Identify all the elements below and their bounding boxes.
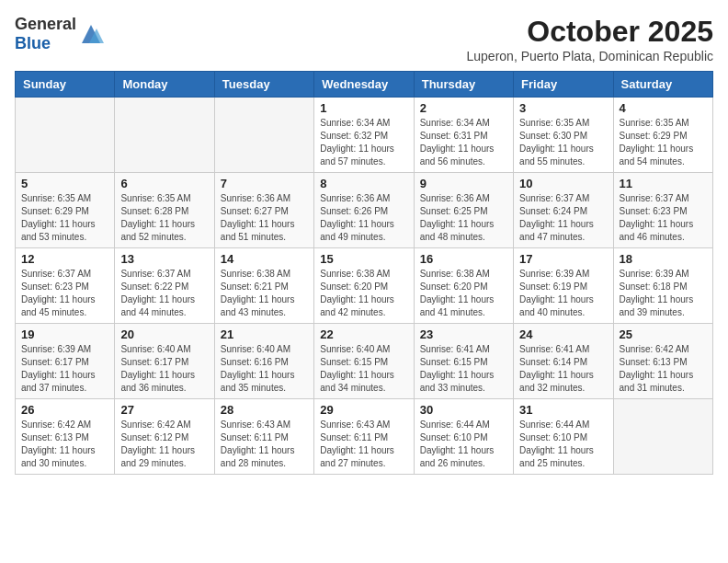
- logo: General Blue: [15, 15, 104, 53]
- day-info: Sunrise: 6:44 AM Sunset: 6:10 PM Dayligh…: [420, 419, 507, 470]
- day-info: Sunrise: 6:35 AM Sunset: 6:30 PM Dayligh…: [519, 117, 607, 168]
- day-info: Sunrise: 6:38 AM Sunset: 6:20 PM Dayligh…: [320, 268, 407, 319]
- calendar-cell: 17Sunrise: 6:39 AM Sunset: 6:19 PM Dayli…: [514, 248, 613, 324]
- calendar-cell: 21Sunrise: 6:40 AM Sunset: 6:16 PM Dayli…: [214, 324, 313, 399]
- calendar-cell: 22Sunrise: 6:40 AM Sunset: 6:15 PM Dayli…: [314, 324, 414, 399]
- day-number: 22: [320, 327, 407, 341]
- day-info: Sunrise: 6:35 AM Sunset: 6:28 PM Dayligh…: [120, 192, 208, 244]
- day-number: 12: [21, 252, 108, 266]
- day-number: 5: [21, 177, 108, 190]
- calendar-cell: 10Sunrise: 6:37 AM Sunset: 6:24 PM Dayli…: [514, 173, 613, 248]
- day-number: 21: [221, 327, 308, 341]
- calendar-cell: 11Sunrise: 6:37 AM Sunset: 6:23 PM Dayli…: [613, 173, 712, 248]
- day-number: 14: [221, 252, 308, 266]
- day-number: 24: [519, 327, 607, 341]
- day-number: 19: [21, 327, 108, 341]
- day-info: Sunrise: 6:38 AM Sunset: 6:20 PM Dayligh…: [420, 268, 507, 319]
- day-number: 2: [420, 101, 507, 115]
- calendar-header-tuesday: Tuesday: [214, 72, 313, 98]
- calendar-cell: [214, 98, 313, 173]
- calendar-header-row: SundayMondayTuesdayWednesdayThursdayFrid…: [16, 72, 713, 98]
- header: General Blue October 2025 Luperon, Puert…: [15, 15, 713, 63]
- calendar-header-wednesday: Wednesday: [314, 72, 414, 98]
- day-number: 4: [620, 101, 707, 115]
- day-info: Sunrise: 6:36 AM Sunset: 6:27 PM Dayligh…: [221, 192, 308, 244]
- day-number: 28: [221, 403, 308, 417]
- day-number: 6: [120, 177, 208, 190]
- day-number: 8: [320, 177, 407, 190]
- day-number: 1: [320, 101, 407, 115]
- day-info: Sunrise: 6:40 AM Sunset: 6:16 PM Dayligh…: [221, 343, 308, 395]
- calendar-cell: 3Sunrise: 6:35 AM Sunset: 6:30 PM Daylig…: [514, 98, 613, 173]
- calendar-cell: [115, 98, 214, 173]
- day-number: 9: [420, 177, 507, 190]
- day-info: Sunrise: 6:34 AM Sunset: 6:31 PM Dayligh…: [420, 117, 507, 168]
- day-info: Sunrise: 6:40 AM Sunset: 6:17 PM Dayligh…: [120, 343, 208, 395]
- day-number: 15: [320, 252, 407, 266]
- calendar-cell: 23Sunrise: 6:41 AM Sunset: 6:15 PM Dayli…: [414, 324, 513, 399]
- calendar-cell: [613, 399, 712, 475]
- calendar-header-saturday: Saturday: [613, 72, 712, 98]
- logo-icon: [78, 21, 104, 47]
- day-info: Sunrise: 6:39 AM Sunset: 6:18 PM Dayligh…: [620, 268, 707, 319]
- day-info: Sunrise: 6:37 AM Sunset: 6:24 PM Dayligh…: [519, 192, 607, 244]
- day-info: Sunrise: 6:42 AM Sunset: 6:12 PM Dayligh…: [120, 419, 208, 470]
- calendar-cell: 13Sunrise: 6:37 AM Sunset: 6:22 PM Dayli…: [115, 248, 214, 324]
- day-info: Sunrise: 6:40 AM Sunset: 6:15 PM Dayligh…: [320, 343, 407, 395]
- calendar-header-thursday: Thursday: [414, 72, 513, 98]
- calendar-week-row: 5Sunrise: 6:35 AM Sunset: 6:29 PM Daylig…: [16, 173, 713, 248]
- day-number: 26: [21, 403, 108, 417]
- day-info: Sunrise: 6:36 AM Sunset: 6:26 PM Dayligh…: [320, 192, 407, 244]
- month-title: October 2025: [467, 15, 714, 49]
- day-info: Sunrise: 6:44 AM Sunset: 6:10 PM Dayligh…: [519, 419, 607, 470]
- day-number: 29: [320, 403, 407, 417]
- day-info: Sunrise: 6:43 AM Sunset: 6:11 PM Dayligh…: [221, 419, 308, 470]
- calendar-week-row: 26Sunrise: 6:42 AM Sunset: 6:13 PM Dayli…: [16, 399, 713, 475]
- calendar-cell: 14Sunrise: 6:38 AM Sunset: 6:21 PM Dayli…: [214, 248, 313, 324]
- calendar-cell: 5Sunrise: 6:35 AM Sunset: 6:29 PM Daylig…: [16, 173, 115, 248]
- day-info: Sunrise: 6:42 AM Sunset: 6:13 PM Dayligh…: [21, 419, 108, 470]
- logo-general-text: General: [15, 15, 76, 33]
- calendar-cell: 15Sunrise: 6:38 AM Sunset: 6:20 PM Dayli…: [314, 248, 414, 324]
- title-area: October 2025 Luperon, Puerto Plata, Domi…: [467, 15, 714, 63]
- day-number: 10: [519, 177, 607, 190]
- day-number: 13: [120, 252, 208, 266]
- calendar-cell: 2Sunrise: 6:34 AM Sunset: 6:31 PM Daylig…: [414, 98, 513, 173]
- day-info: Sunrise: 6:37 AM Sunset: 6:23 PM Dayligh…: [21, 268, 108, 319]
- day-number: 30: [420, 403, 507, 417]
- day-info: Sunrise: 6:41 AM Sunset: 6:15 PM Dayligh…: [420, 343, 507, 395]
- calendar-week-row: 1Sunrise: 6:34 AM Sunset: 6:32 PM Daylig…: [16, 98, 713, 173]
- day-number: 20: [120, 327, 208, 341]
- day-info: Sunrise: 6:37 AM Sunset: 6:22 PM Dayligh…: [120, 268, 208, 319]
- day-info: Sunrise: 6:41 AM Sunset: 6:14 PM Dayligh…: [519, 343, 607, 395]
- calendar-cell: 7Sunrise: 6:36 AM Sunset: 6:27 PM Daylig…: [214, 173, 313, 248]
- day-number: 18: [620, 252, 707, 266]
- calendar-cell: 6Sunrise: 6:35 AM Sunset: 6:28 PM Daylig…: [115, 173, 214, 248]
- location-subtitle: Luperon, Puerto Plata, Dominican Republi…: [467, 49, 714, 63]
- calendar-cell: 28Sunrise: 6:43 AM Sunset: 6:11 PM Dayli…: [214, 399, 313, 475]
- day-info: Sunrise: 6:39 AM Sunset: 6:17 PM Dayligh…: [21, 343, 108, 395]
- calendar-cell: 9Sunrise: 6:36 AM Sunset: 6:25 PM Daylig…: [414, 173, 513, 248]
- calendar-header-monday: Monday: [115, 72, 214, 98]
- day-info: Sunrise: 6:36 AM Sunset: 6:25 PM Dayligh…: [420, 192, 507, 244]
- day-info: Sunrise: 6:37 AM Sunset: 6:23 PM Dayligh…: [620, 192, 707, 244]
- calendar-cell: 27Sunrise: 6:42 AM Sunset: 6:12 PM Dayli…: [115, 399, 214, 475]
- logo-blue-text: Blue: [15, 34, 51, 52]
- day-number: 16: [420, 252, 507, 266]
- day-number: 27: [120, 403, 208, 417]
- calendar-week-row: 19Sunrise: 6:39 AM Sunset: 6:17 PM Dayli…: [16, 324, 713, 399]
- day-info: Sunrise: 6:38 AM Sunset: 6:21 PM Dayligh…: [221, 268, 308, 319]
- day-info: Sunrise: 6:34 AM Sunset: 6:32 PM Dayligh…: [320, 117, 407, 168]
- day-number: 7: [221, 177, 308, 190]
- calendar-cell: 30Sunrise: 6:44 AM Sunset: 6:10 PM Dayli…: [414, 399, 513, 475]
- calendar-cell: 4Sunrise: 6:35 AM Sunset: 6:29 PM Daylig…: [613, 98, 712, 173]
- calendar-cell: 20Sunrise: 6:40 AM Sunset: 6:17 PM Dayli…: [115, 324, 214, 399]
- day-info: Sunrise: 6:39 AM Sunset: 6:19 PM Dayligh…: [519, 268, 607, 319]
- calendar-week-row: 12Sunrise: 6:37 AM Sunset: 6:23 PM Dayli…: [16, 248, 713, 324]
- calendar-table: SundayMondayTuesdayWednesdayThursdayFrid…: [15, 71, 713, 475]
- day-number: 11: [620, 177, 707, 190]
- day-number: 31: [519, 403, 607, 417]
- day-info: Sunrise: 6:35 AM Sunset: 6:29 PM Dayligh…: [620, 117, 707, 168]
- calendar-cell: 8Sunrise: 6:36 AM Sunset: 6:26 PM Daylig…: [314, 173, 414, 248]
- calendar-cell: 12Sunrise: 6:37 AM Sunset: 6:23 PM Dayli…: [16, 248, 115, 324]
